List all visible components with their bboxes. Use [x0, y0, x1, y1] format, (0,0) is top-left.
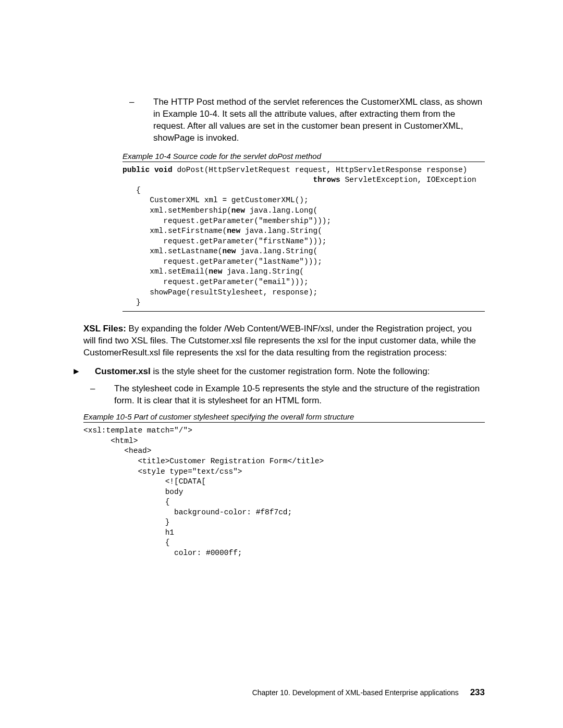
example-10-5-caption: Example 10-5 Part of customer stylesheet…: [83, 412, 485, 421]
chapter-label: Chapter 10. Development of XML-based Ent…: [252, 688, 459, 697]
code-example-10-4: public void doPost(HttpServletRequest re…: [123, 165, 485, 308]
code-example-10-5: <xsl:template match="/"> <html> <head> <…: [83, 426, 485, 558]
xsl-files-label: XSL Files:: [83, 324, 126, 334]
stylesheet-subbullet: –The stylesheet code in Example 10-5 rep…: [83, 383, 485, 407]
triangle-bullet-icon: ►: [83, 366, 95, 378]
customer-xsl-label: Customer.xsl: [95, 366, 151, 376]
customer-xsl-bullet: ►Customer.xsl is the style sheet for the…: [83, 366, 485, 378]
page-footer: Chapter 10. Development of XML-based Ent…: [252, 687, 485, 698]
xsl-files-text: By expanding the folder /Web Content/WEB…: [83, 324, 476, 357]
dash-bullet: –: [102, 383, 114, 395]
subbullet-text: The stylesheet code in Example 10-5 repr…: [114, 384, 480, 405]
divider: [123, 162, 485, 162]
divider: [83, 422, 485, 423]
intro-text: The HTTP Post method of the servlet refe…: [153, 97, 482, 143]
intro-paragraph: –The HTTP Post method of the servlet ref…: [123, 96, 485, 144]
dash-bullet: –: [141, 96, 153, 108]
customer-xsl-text: is the style sheet for the customer regi…: [151, 366, 430, 376]
xsl-files-paragraph: XSL Files: By expanding the folder /Web …: [83, 323, 485, 359]
example-10-4-caption: Example 10-4 Source code for the servlet…: [123, 152, 485, 161]
divider: [123, 311, 485, 312]
page-number: 233: [470, 687, 485, 697]
